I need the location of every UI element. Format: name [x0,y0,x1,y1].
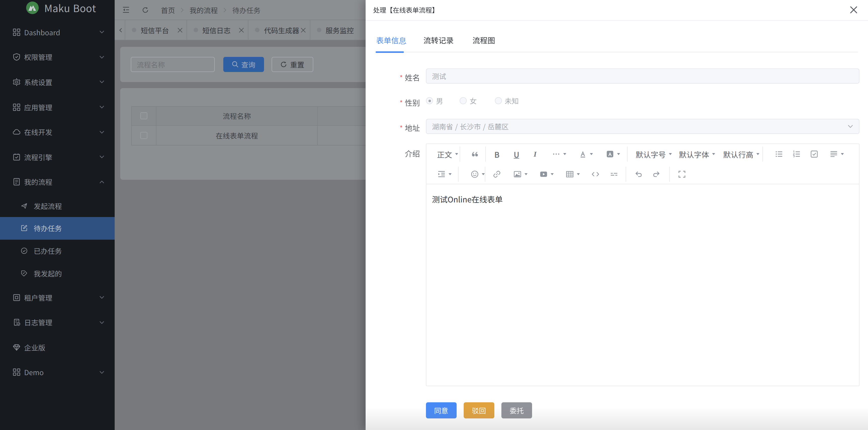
editor-content[interactable]: 测试Online在线表单 [427,184,859,213]
drawer-tabs-active-bar [376,51,404,53]
radio-label: 女 [470,96,477,106]
drawer-close-icon[interactable] [850,6,858,14]
bold-icon[interactable]: B [493,147,501,161]
radio-label: 未知 [505,96,519,106]
gender-field-label: *性别 [366,97,420,108]
redo-icon[interactable] [652,167,660,181]
caret-down-icon [617,153,620,155]
italic-icon[interactable]: I [531,147,539,161]
drawer-title: 处理【在线表单流程】 [373,5,438,15]
line-height-select[interactable]: 默认行高 [723,147,760,161]
editor-toolbar: 正文BUI默认字号默认字体默认行高 [427,144,859,184]
caret-down-icon [841,153,844,155]
radio-circle-icon [426,97,433,104]
blockquote-icon[interactable] [471,147,479,161]
reject-button[interactable]: 驳回 [464,402,494,419]
caret-down-icon [448,173,452,175]
caret-down-icon [551,173,554,175]
drawer-tab-flow-chart[interactable]: 流程图 [472,30,495,50]
caret-down-icon [590,153,593,155]
more-styles-icon[interactable] [552,147,566,161]
caret-down-icon [712,153,715,155]
toolbar-group-separator [669,167,670,182]
caret-down-icon [455,153,458,155]
fullscreen-icon[interactable] [678,167,686,181]
insert-link-icon[interactable] [493,167,501,181]
underline-icon[interactable]: U [513,147,521,161]
drawer-tabs-underline-track [376,52,858,52]
undo-icon[interactable] [634,167,643,181]
rich-text-editor: 正文BUI默认字号默认字体默认行高 测试Online在线表单 [426,143,859,386]
caret-down-icon [756,153,760,155]
insert-divider-icon[interactable] [610,167,618,181]
name-field-label: *姓名 [366,72,420,83]
bulleted-list-icon[interactable] [775,147,783,161]
toolbar-group-separator [626,167,626,182]
address-field-label: *地址 [366,122,420,133]
gender-radio-男[interactable]: 男 [426,96,443,106]
toolbar-group-separator [627,146,627,162]
caret-down-icon [482,173,485,175]
gender-radio-group: 男女未知 [426,93,519,109]
name-input[interactable]: 测试 [426,68,859,83]
drawer-tab-flow-record[interactable]: 流转记录 [424,30,454,50]
drawer-overlay[interactable] [0,0,366,430]
app-root: Maku Boot Dashboard权限管理系统设置应用管理在线开发流程引擎我… [0,0,868,430]
address-select[interactable]: 湖南省 / 长沙市 / 岳麓区 [426,119,859,134]
toolbar-group-separator [763,146,763,162]
process-drawer: 处理【在线表单流程】 表单信息流转记录流程图 *姓名 测试 *性别 男女未知 *… [366,0,868,430]
paragraph-style-select[interactable]: 正文 [437,147,458,161]
toolbar-group-separator [485,146,486,162]
drawer-tab-form-info[interactable]: 表单信息 [376,30,406,50]
insert-table-icon[interactable] [566,167,580,181]
caret-down-icon [577,173,580,175]
caret-down-icon [563,153,566,155]
caret-down-icon [525,173,528,175]
agree-button[interactable]: 同意 [426,402,456,419]
font-size-select[interactable]: 默认字号 [636,147,672,161]
insert-video-icon[interactable] [539,167,554,181]
select-chevron-down-icon [847,123,853,129]
insert-image-icon[interactable] [514,167,528,181]
emoji-icon[interactable] [471,167,485,181]
delegate-button[interactable]: 委托 [501,402,532,419]
radio-circle-icon [460,97,467,104]
font-family-select[interactable]: 默认字体 [679,147,715,161]
indent-icon[interactable] [437,167,452,181]
background-color-icon[interactable] [606,147,620,161]
justify-icon[interactable] [830,147,844,161]
radio-circle-icon [495,97,502,104]
numbered-list-icon[interactable] [793,147,801,161]
toolbar-group-separator [458,167,459,182]
toolbar-group-separator [459,146,460,162]
radio-label: 男 [436,96,443,106]
toolbar-group-separator [485,167,485,182]
font-color-icon[interactable] [579,147,593,161]
code-block-icon[interactable] [591,167,599,181]
drawer-tabs: 表单信息流转记录流程图 [376,30,858,52]
gender-radio-未知[interactable]: 未知 [495,96,519,106]
drawer-header: 处理【在线表单流程】 [366,0,868,20]
caret-down-icon [669,153,672,155]
gender-radio-女[interactable]: 女 [460,96,477,106]
todo-list-icon[interactable] [810,147,818,161]
intro-field-label: 介绍 [366,148,420,159]
